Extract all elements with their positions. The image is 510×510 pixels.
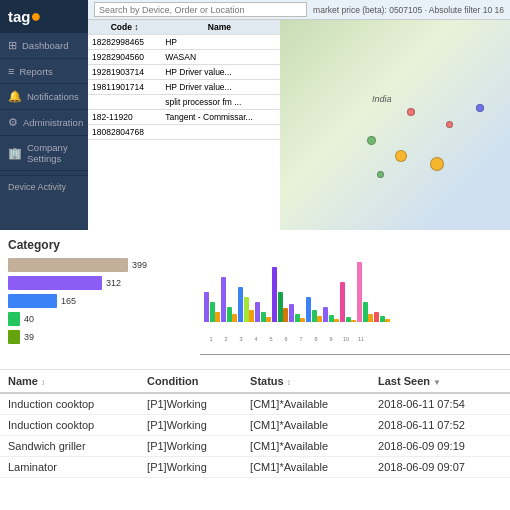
cell-condition: [P1]Working bbox=[139, 436, 242, 457]
bc-x-label: 2 bbox=[219, 336, 233, 348]
logo-dot: ● bbox=[31, 6, 42, 26]
cell-name: HP Driver value... bbox=[161, 80, 277, 95]
bc-bar bbox=[272, 267, 277, 322]
cat-bar-row: 40 bbox=[8, 312, 192, 326]
bc-bar bbox=[238, 287, 243, 322]
search-input[interactable] bbox=[94, 2, 307, 17]
cell-last-seen: 2018-06-11 07:52 bbox=[370, 415, 510, 436]
col-status-label: Status bbox=[250, 375, 284, 387]
category-chart: Category 399 312 165 40 39 bbox=[0, 230, 200, 369]
bc-bar bbox=[261, 312, 266, 322]
map-dot bbox=[367, 136, 376, 145]
bc-group bbox=[306, 297, 322, 322]
cell-code: 19282904560 bbox=[88, 50, 161, 65]
bc-x-label: 4 bbox=[249, 336, 263, 348]
cell-code: 18082804768 bbox=[88, 125, 161, 140]
bc-bar bbox=[244, 297, 249, 322]
category-chart-title: Category bbox=[8, 238, 192, 252]
sort-name-icon: ↕ bbox=[41, 378, 45, 387]
bc-bar bbox=[317, 316, 322, 322]
bottom-section: Category 399 312 165 40 39 1234567891011 bbox=[0, 230, 510, 510]
sidebar-item-dashboard[interactable]: ⊞ Dashboard bbox=[0, 33, 88, 59]
cell-condition: [P1]Working bbox=[139, 393, 242, 415]
cell-device-name: Laminator bbox=[0, 457, 139, 478]
sidebar-item-reports[interactable]: ≡ Reports bbox=[0, 59, 88, 84]
cell-device-name: Induction cooktop bbox=[0, 393, 139, 415]
dashboard-icon: ⊞ bbox=[8, 39, 17, 52]
sidebar-item-company-settings[interactable]: 🏢 Company Settings bbox=[0, 136, 88, 171]
sort-status-icon: ↕ bbox=[287, 378, 291, 387]
bc-bar bbox=[204, 292, 209, 322]
cell-code: 19811901714 bbox=[88, 80, 161, 95]
bc-x-label: 8 bbox=[309, 336, 323, 348]
bc-x-label: 5 bbox=[264, 336, 278, 348]
bc-group bbox=[357, 262, 373, 322]
cell-last-seen: 2018-06-09 09:19 bbox=[370, 436, 510, 457]
bc-bar bbox=[249, 310, 254, 322]
bc-bar bbox=[295, 314, 300, 322]
map-dot bbox=[476, 104, 484, 112]
bc-bar bbox=[215, 312, 220, 322]
map-dot bbox=[446, 121, 453, 128]
logo: tag● bbox=[0, 0, 88, 33]
bc-bar bbox=[363, 302, 368, 322]
bc-group bbox=[289, 304, 305, 322]
bc-bar bbox=[232, 314, 237, 322]
cell-name: HP bbox=[161, 35, 277, 50]
header-bar: market price (beta): 0507105 · Absolute … bbox=[88, 0, 510, 20]
sidebar-item-notifications[interactable]: 🔔 Notifications bbox=[0, 84, 88, 110]
sidebar-item-label: Notifications bbox=[27, 91, 79, 102]
sort-lastseen-icon: ▼ bbox=[433, 378, 441, 387]
cat-bar bbox=[8, 276, 102, 290]
sidebar-item-label: Administration bbox=[23, 117, 83, 128]
bc-bar bbox=[312, 310, 317, 322]
bc-x-labels: 1234567891011 bbox=[204, 336, 506, 348]
data-table-header: Name ↕ Condition Status ↕ Last Seen ▼ bbox=[0, 370, 510, 393]
category-bars: 399 312 165 40 39 bbox=[8, 258, 192, 344]
bc-group bbox=[255, 302, 271, 322]
cat-bar-row: 399 bbox=[8, 258, 192, 272]
cell-status: [CM1]*Available bbox=[242, 436, 370, 457]
map-background: India bbox=[280, 20, 510, 230]
sidebar: tag● ⊞ Dashboard ≡ Reports 🔔 Notificatio… bbox=[0, 0, 88, 230]
bc-axis bbox=[200, 354, 510, 355]
cell-status: [CM1]*Available bbox=[242, 415, 370, 436]
col-status-header[interactable]: Status ↕ bbox=[242, 370, 370, 393]
bc-bar bbox=[210, 302, 215, 322]
cat-bar-row: 312 bbox=[8, 276, 192, 290]
list-item[interactable]: Sandwich griller [P1]Working [CM1]*Avail… bbox=[0, 436, 510, 457]
bc-bar bbox=[385, 319, 390, 322]
cat-bar-value: 40 bbox=[24, 314, 46, 324]
col-name[interactable]: Name bbox=[161, 20, 277, 35]
bc-bar bbox=[351, 320, 356, 322]
list-item[interactable]: Induction cooktop [P1]Working [CM1]*Avai… bbox=[0, 415, 510, 436]
bc-bar bbox=[221, 277, 226, 322]
cat-bar-value: 165 bbox=[61, 296, 83, 306]
cell-name: Tangent - Commissar... bbox=[161, 110, 277, 125]
cat-bar-value: 312 bbox=[106, 278, 128, 288]
col-condition-header[interactable]: Condition bbox=[139, 370, 242, 393]
cell-status: [CM1]*Available bbox=[242, 393, 370, 415]
col-code[interactable]: Code ↕ bbox=[88, 20, 161, 35]
cell-code: 19281903714 bbox=[88, 65, 161, 80]
list-item[interactable]: Induction cooktop [P1]Working [CM1]*Avai… bbox=[0, 393, 510, 415]
cell-name: HP Driver value... bbox=[161, 65, 277, 80]
cat-bar bbox=[8, 312, 20, 326]
cat-bar-row: 165 bbox=[8, 294, 192, 308]
sidebar-item-label: Reports bbox=[19, 66, 52, 77]
map-dot bbox=[407, 108, 415, 116]
bc-bar bbox=[266, 317, 271, 322]
cell-device-name: Sandwich griller bbox=[0, 436, 139, 457]
cell-name: split processor fm ... bbox=[161, 95, 277, 110]
cell-name bbox=[161, 125, 277, 140]
col-name-header[interactable]: Name ↕ bbox=[0, 370, 139, 393]
bc-bar bbox=[323, 307, 328, 322]
sidebar-item-label: Company Settings bbox=[27, 142, 80, 164]
cell-code bbox=[88, 95, 161, 110]
bc-bar bbox=[346, 317, 351, 322]
col-lastseen-header[interactable]: Last Seen ▼ bbox=[370, 370, 510, 393]
bc-bar bbox=[374, 312, 379, 322]
col-lastseen-label: Last Seen bbox=[378, 375, 430, 387]
sidebar-item-administration[interactable]: ⚙ Administration bbox=[0, 110, 88, 136]
list-item[interactable]: Laminator [P1]Working [CM1]*Available 20… bbox=[0, 457, 510, 478]
